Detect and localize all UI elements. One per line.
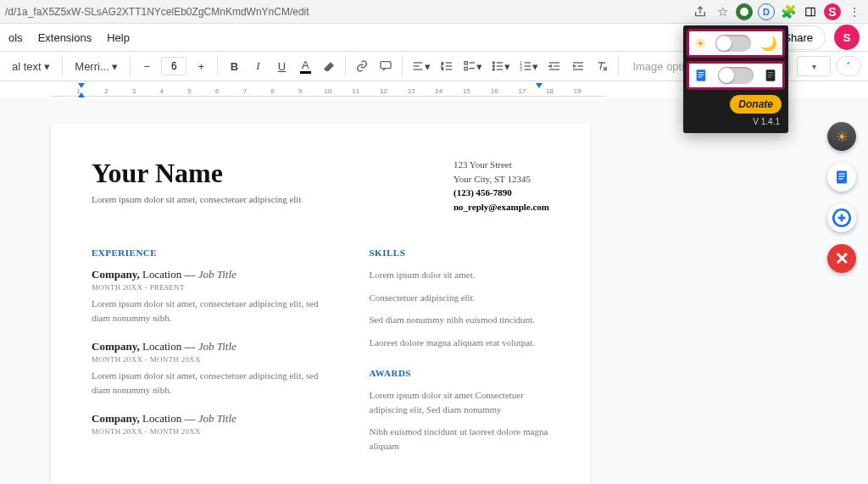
menu-extensions[interactable]: Extensions bbox=[38, 31, 92, 44]
job-dates[interactable]: MONTH 20XX - MONTH 20XX bbox=[92, 355, 336, 364]
contact-email[interactable]: no_reply@example.com bbox=[453, 200, 549, 214]
extension-icon-2[interactable]: D bbox=[758, 3, 775, 20]
rail-sun-button[interactable]: ☀ bbox=[827, 122, 856, 151]
job-entry[interactable]: Company, Location — Job Title MONTH 20XX… bbox=[92, 340, 336, 397]
svg-rect-45 bbox=[838, 174, 845, 175]
separator bbox=[62, 55, 63, 77]
insert-link-icon[interactable] bbox=[353, 55, 371, 77]
svg-rect-43 bbox=[768, 76, 772, 77]
job-body[interactable]: Lorem ipsum dolor sit amet, consectetuer… bbox=[92, 297, 336, 325]
rail-doc-button[interactable] bbox=[827, 163, 856, 192]
ruler-number: 19 bbox=[574, 87, 581, 95]
right-indent-marker[interactable] bbox=[536, 83, 542, 88]
increase-indent-icon[interactable] bbox=[569, 55, 587, 77]
contact-phone[interactable]: (123) 456-7890 bbox=[453, 186, 549, 200]
svg-rect-37 bbox=[698, 72, 704, 73]
job-title[interactable]: Job Title bbox=[198, 412, 236, 425]
extension-icon-1[interactable] bbox=[736, 3, 753, 20]
svg-rect-41 bbox=[768, 72, 774, 73]
ruler-number: 11 bbox=[352, 87, 359, 95]
decrease-indent-icon[interactable] bbox=[545, 55, 564, 77]
ruler-number: 15 bbox=[463, 87, 470, 95]
skill-item[interactable]: Consectetuer adipiscing elit. bbox=[370, 291, 550, 305]
section-header-skills[interactable]: SKILLS bbox=[370, 248, 550, 258]
clear-formatting-icon[interactable] bbox=[593, 55, 611, 77]
checklist-icon[interactable]: ▾ bbox=[461, 55, 484, 77]
align-dropdown-icon[interactable]: ▾ bbox=[409, 55, 432, 77]
account-avatar[interactable]: S bbox=[834, 25, 860, 50]
svg-rect-40 bbox=[766, 70, 776, 81]
text-color-icon[interactable]: A bbox=[296, 55, 314, 77]
paragraph-style-dropdown[interactable]: al text ▾ bbox=[7, 55, 55, 77]
job-location[interactable]: Location bbox=[142, 412, 181, 425]
job-entry[interactable]: Company, Location — Job Title MONTH 20XX… bbox=[92, 268, 336, 325]
section-header-experience[interactable]: EXPERIENCE bbox=[92, 248, 336, 258]
address-bar[interactable]: /d/1a_faX5Z5xW-SLsAG2XTT1NYcelEb0ZgCMnKm… bbox=[5, 6, 687, 18]
contact-street[interactable]: 123 Your Street bbox=[453, 158, 549, 172]
job-company[interactable]: Company, bbox=[92, 268, 140, 281]
svg-rect-39 bbox=[698, 76, 703, 77]
job-title[interactable]: Job Title bbox=[198, 340, 236, 353]
skill-item[interactable]: Laoreet dolore magna aliquam erat volutp… bbox=[370, 336, 550, 350]
ruler-number: 13 bbox=[408, 87, 415, 95]
job-location[interactable]: Location bbox=[142, 340, 181, 353]
job-title[interactable]: Job Title bbox=[198, 268, 236, 281]
italic-icon[interactable]: I bbox=[248, 55, 267, 77]
contact-block[interactable]: 123 Your Street Your City, ST 12345 (123… bbox=[453, 158, 549, 214]
skill-item[interactable]: Lorem ipsum dolor sit amet. bbox=[370, 268, 550, 282]
menu-tools[interactable]: ols bbox=[8, 31, 23, 44]
document-page[interactable]: Your Name Lorem ipsum dolor sit amet, co… bbox=[51, 124, 590, 484]
chrome-menu-icon[interactable]: ⋮ bbox=[846, 3, 863, 20]
floating-rail: ☀ ✕ bbox=[827, 122, 856, 273]
bold-icon[interactable]: B bbox=[225, 55, 243, 77]
job-body[interactable]: Lorem ipsum dolor sit amet, consectetuer… bbox=[92, 369, 336, 397]
award-item[interactable]: Nibh euismod tincidunt ut laoreet dolore… bbox=[370, 425, 550, 453]
job-dates[interactable]: MONTH 20XX - MONTH 20XX bbox=[92, 427, 336, 436]
separator bbox=[402, 55, 403, 77]
numbered-list-icon[interactable]: 123▾ bbox=[517, 55, 540, 77]
extension-version: V 1.4.1 bbox=[687, 115, 785, 130]
svg-rect-42 bbox=[768, 75, 774, 75]
increase-font-icon[interactable]: + bbox=[192, 55, 210, 77]
doctheme-toggle[interactable] bbox=[718, 67, 754, 84]
decrease-font-icon[interactable]: − bbox=[137, 55, 156, 77]
insert-comment-icon[interactable] bbox=[376, 55, 395, 77]
menu-help[interactable]: Help bbox=[107, 31, 130, 44]
ruler-number: 1 bbox=[76, 87, 80, 95]
resume-name[interactable]: Your Name bbox=[92, 158, 301, 189]
darkmode-toggle[interactable] bbox=[715, 35, 751, 52]
profile-avatar[interactable]: S bbox=[824, 3, 841, 20]
darkmode-toggle-row: ☀ 🌙 bbox=[687, 29, 785, 58]
rail-add-button[interactable] bbox=[827, 203, 856, 232]
extensions-puzzle-icon[interactable]: 🧩 bbox=[780, 3, 797, 20]
job-company[interactable]: Company, bbox=[92, 412, 140, 425]
rail-close-button[interactable]: ✕ bbox=[827, 244, 856, 273]
underline-icon[interactable]: U bbox=[272, 55, 291, 77]
ruler-number: 4 bbox=[160, 87, 164, 95]
font-size-input[interactable] bbox=[161, 57, 186, 75]
hide-menus-icon[interactable]: ˄ bbox=[836, 56, 861, 76]
line-spacing-icon[interactable] bbox=[437, 55, 456, 77]
job-dates[interactable]: MONTH 20XX - PRESENT bbox=[92, 283, 336, 292]
side-panel-icon[interactable] bbox=[802, 3, 819, 20]
editing-mode-dropdown[interactable]: ▾ bbox=[797, 56, 831, 76]
document-canvas: Your Name Lorem ipsum dolor sit amet, co… bbox=[0, 98, 868, 484]
share-page-icon[interactable] bbox=[692, 3, 709, 20]
ruler-number: 18 bbox=[546, 87, 554, 95]
bulleted-list-icon[interactable]: ▾ bbox=[489, 55, 512, 77]
job-company[interactable]: Company, bbox=[92, 340, 140, 353]
separator bbox=[130, 55, 131, 77]
award-item[interactable]: Lorem ipsum dolor sit amet Consectetuer … bbox=[370, 388, 550, 416]
contact-city[interactable]: Your City, ST 12345 bbox=[453, 172, 549, 186]
bookmark-star-icon[interactable]: ☆ bbox=[714, 3, 731, 20]
resume-tagline[interactable]: Lorem ipsum dolor sit amet, consectetuer… bbox=[92, 194, 301, 204]
ruler-number: 2 bbox=[104, 87, 108, 95]
job-entry[interactable]: Company, Location — Job Title MONTH 20XX… bbox=[92, 412, 336, 436]
font-family-dropdown[interactable]: Merri... ▾ bbox=[70, 55, 123, 77]
dash: — bbox=[184, 268, 195, 281]
skill-item[interactable]: Sed diam nonummy nibh euismod tincidunt. bbox=[370, 313, 550, 327]
job-location[interactable]: Location bbox=[142, 268, 181, 281]
section-header-awards[interactable]: AWARDS bbox=[370, 368, 550, 378]
highlight-icon[interactable] bbox=[320, 55, 338, 77]
donate-button[interactable]: Donate bbox=[730, 95, 782, 114]
